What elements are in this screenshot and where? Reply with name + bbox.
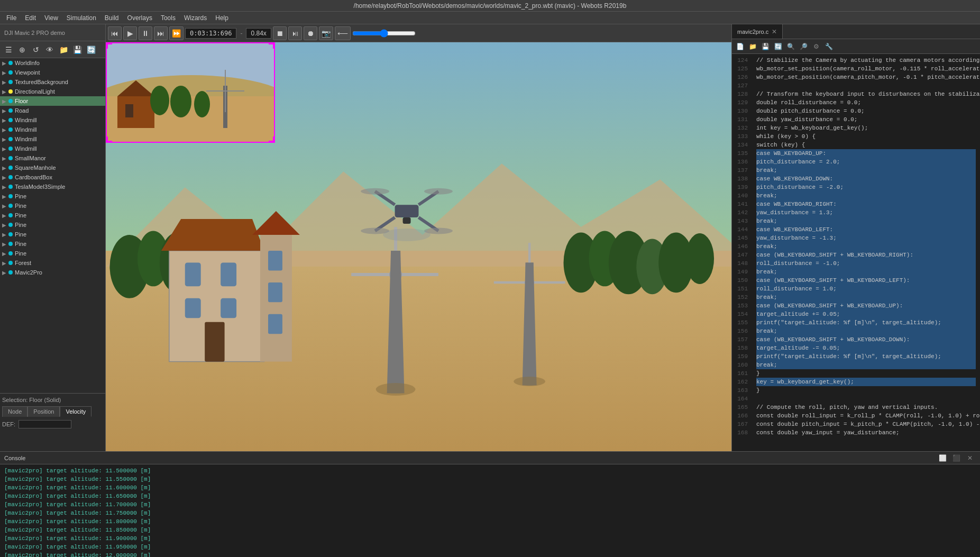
stop-btn[interactable]: ⏹ xyxy=(273,26,287,40)
tree-item-pine[interactable]: ▶Pine xyxy=(0,249,105,258)
tree-item-pine[interactable]: ▶Pine xyxy=(0,201,105,211)
tree-item-teslamodel3simple[interactable]: ▶TeslaModel3Simple xyxy=(0,182,105,191)
tree-item-worldinfo[interactable]: ▶WorldInfo xyxy=(0,58,105,68)
record-btn[interactable]: ⏺ xyxy=(304,26,317,40)
fast-forward-btn[interactable]: ⏩ xyxy=(169,26,184,40)
code-content[interactable]: // Stabilize the Camera by actuating the… xyxy=(752,54,980,451)
toolbar-btn-folder[interactable]: 📁 xyxy=(57,43,70,56)
line-numbers: 1241251261271281291301311321331341351361… xyxy=(732,54,752,451)
toolbar-btn-refresh[interactable]: ↺ xyxy=(30,43,42,56)
speed-slider[interactable] xyxy=(352,29,416,38)
tree-item-cardboardbox[interactable]: ▶CardboardBox xyxy=(0,172,105,182)
tree-arrow: ▶ xyxy=(2,260,8,266)
ed-new-btn[interactable]: 📄 xyxy=(734,41,746,52)
menu-view[interactable]: View xyxy=(40,13,62,23)
editor-close-btn[interactable]: ✕ xyxy=(772,28,777,35)
tree-item-windmill[interactable]: ▶Windmill xyxy=(0,125,105,134)
tree-item-smallmanor[interactable]: ▶SmallManor xyxy=(0,153,105,163)
toolbar-btn-reload[interactable]: 🔄 xyxy=(85,43,97,56)
tree-item-forest[interactable]: ▶Forest xyxy=(0,258,105,268)
tree-arrow: ▶ xyxy=(2,213,8,218)
screenshot-btn[interactable]: 📷 xyxy=(319,26,333,40)
menu-build[interactable]: Build xyxy=(100,13,123,23)
tab-node[interactable]: Node xyxy=(2,406,28,417)
def-input[interactable] xyxy=(19,420,71,428)
code-line xyxy=(756,395,976,403)
menu-file[interactable]: File xyxy=(2,13,21,23)
console-line: [mavic2pro] target altitude: 11.550000 [… xyxy=(4,475,976,483)
menu-edit[interactable]: Edit xyxy=(21,13,40,23)
menu-wizards[interactable]: Wizards xyxy=(180,13,211,23)
tree-item-pine[interactable]: ▶Pine xyxy=(0,239,105,249)
menu-tools[interactable]: Tools xyxy=(157,13,180,23)
line-number: 147 xyxy=(732,251,748,259)
editor-tab[interactable]: mavic2pro.c ✕ xyxy=(732,24,783,39)
code-line: break; xyxy=(756,327,976,335)
forward-btn[interactable]: ⏭ xyxy=(154,26,168,40)
tree-item-pine[interactable]: ▶Pine xyxy=(0,211,105,220)
tree-item-road[interactable]: ▶Road xyxy=(0,106,105,115)
code-line: target_altitude += 0.05; xyxy=(756,310,976,318)
menu-help[interactable]: Help xyxy=(211,13,233,23)
viewport-area[interactable] xyxy=(106,42,731,451)
tree-dot xyxy=(8,137,13,141)
mini-viewport-bg xyxy=(107,43,274,142)
line-number: 144 xyxy=(732,225,748,234)
tree-label: Pine xyxy=(15,241,26,247)
line-number: 140 xyxy=(732,191,748,200)
toolbar-btn-eye[interactable]: 👁 xyxy=(43,43,56,56)
menu-simulation[interactable]: Simulation xyxy=(62,13,100,23)
tree-item-mavic2pro[interactable]: ▶Mavic2Pro xyxy=(0,268,105,277)
tree-item-pine[interactable]: ▶Pine xyxy=(0,191,105,201)
tree-arrow: ▶ xyxy=(2,79,8,85)
ed-zoom-out-btn[interactable]: 🔎 xyxy=(798,41,809,52)
tree-item-floor[interactable]: ▶Floor xyxy=(0,96,105,106)
console-close-btn[interactable]: ✕ xyxy=(964,452,976,464)
ed-save-btn[interactable]: 💾 xyxy=(759,41,771,52)
left-panel: DJI Mavic 2 PRO demo ☰ ⊕ ↺ 👁 📁 💾 🔄 ▶Worl… xyxy=(0,24,106,451)
tree-item-windmill[interactable]: ▶Windmill xyxy=(0,144,105,153)
line-number: 156 xyxy=(732,327,748,335)
tree-dot xyxy=(8,108,13,113)
console-maximize-btn[interactable]: ⬛ xyxy=(950,452,962,464)
tree-item-pine[interactable]: ▶Pine xyxy=(0,220,105,230)
editor-tab-bar: mavic2pro.c ✕ xyxy=(732,24,980,39)
toolbar-btn-save[interactable]: 💾 xyxy=(71,43,84,56)
line-number: 136 xyxy=(732,158,748,166)
tree-item-directionallight[interactable]: ▶DirectionalLight xyxy=(0,87,105,96)
tab-position[interactable]: Position xyxy=(28,406,60,417)
ed-zoom-in-btn[interactable]: 🔍 xyxy=(785,41,796,52)
tree-item-viewpoint[interactable]: ▶Viewpoint xyxy=(0,68,105,77)
tree-arrow: ▶ xyxy=(2,146,8,152)
console-restore-btn[interactable]: ⬜ xyxy=(937,452,948,464)
tree-item-pine[interactable]: ▶Pine xyxy=(0,230,105,239)
tree-dot xyxy=(8,194,13,198)
step-btn[interactable]: ⏯ xyxy=(288,26,302,40)
back-btn[interactable]: ⟵ xyxy=(335,26,351,40)
rewind-btn[interactable]: ⏮ xyxy=(108,26,122,40)
sim-toolbar: ⏮ ▶ ⏸ ⏭ ⏩ 0:03:13:696 - 0.84x ⏹ ⏯ ⏺ 📷 ⟵ xyxy=(106,24,731,42)
toolbar-btn-add[interactable]: ⊕ xyxy=(16,43,29,56)
code-line: double roll_disturbance = 0.0; xyxy=(756,98,976,107)
tab-velocity[interactable]: Velocity xyxy=(60,406,91,417)
tree-label: DirectionalLight xyxy=(15,88,55,95)
toolbar-btn-menu[interactable]: ☰ xyxy=(2,43,15,56)
tree-dot xyxy=(8,118,13,122)
ed-tools-btn[interactable]: 🔧 xyxy=(823,41,835,52)
menu-overlays[interactable]: Overlays xyxy=(123,13,157,23)
tree-item-windmill[interactable]: ▶Windmill xyxy=(0,134,105,144)
ed-settings-btn[interactable]: ⚙ xyxy=(810,41,822,52)
tree-dot xyxy=(8,185,13,189)
code-line: case WB_KEYBOARD_LEFT: xyxy=(756,225,976,234)
tree-item-windmill[interactable]: ▶Windmill xyxy=(0,115,105,125)
console-content: [mavic2pro] target altitude: 11.500000 [… xyxy=(0,464,980,557)
play-btn[interactable]: ▶ xyxy=(123,26,137,40)
pause-btn[interactable]: ⏸ xyxy=(139,26,152,40)
tree-item-squaremanhole[interactable]: ▶SquareManhole xyxy=(0,163,105,172)
ed-reload-btn[interactable]: 🔄 xyxy=(772,41,784,52)
tree-item-texturedbackground[interactable]: ▶TexturedBackground xyxy=(0,77,105,87)
tree-dot xyxy=(8,213,13,217)
code-line: roll_disturbance = -1.0; xyxy=(756,259,976,268)
ed-open-btn[interactable]: 📁 xyxy=(747,41,758,52)
svg-rect-32 xyxy=(221,262,236,286)
